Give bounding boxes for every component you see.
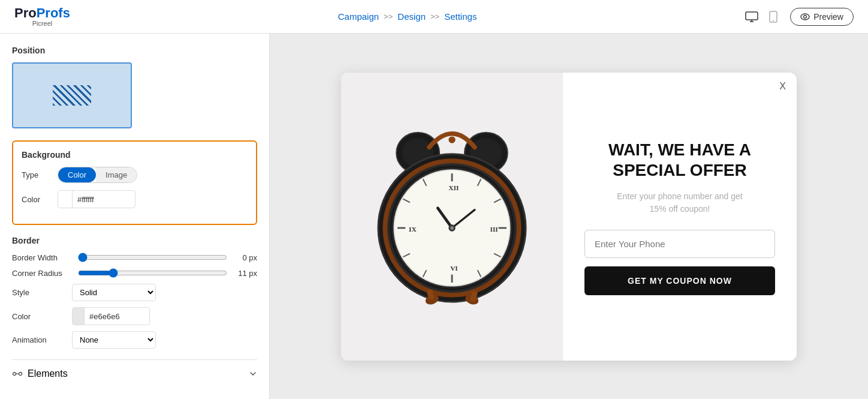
border-color-label: Color — [12, 312, 72, 321]
popup-headline-line2: SPECIAL OFFER — [613, 161, 747, 179]
border-style-row: Style Solid Dashed Dotted None — [12, 284, 257, 301]
pos-cell-bc[interactable] — [53, 107, 91, 127]
animation-row: Animation None Fade Slide Bounce — [12, 331, 257, 349]
elements-left: Elements — [12, 368, 68, 379]
pos-cell-tr[interactable] — [92, 64, 131, 84]
pos-cell-ml[interactable] — [13, 85, 52, 106]
left-panel: Position Background Type Color Image — [0, 34, 270, 399]
svg-point-13 — [448, 136, 455, 143]
chevron-down-icon — [249, 370, 257, 378]
preview-button[interactable]: Preview — [790, 8, 854, 26]
pos-cell-bl[interactable] — [13, 107, 52, 127]
nav-sep1: >> — [384, 12, 393, 21]
pos-cell-tl[interactable] — [13, 64, 52, 84]
phone-input[interactable] — [584, 230, 775, 258]
animation-label: Animation — [12, 335, 72, 344]
popup-card: XII III VI IX — [341, 73, 797, 361]
border-color-row: Color — [12, 307, 257, 325]
bg-color-input[interactable] — [58, 190, 135, 208]
svg-point-38 — [450, 226, 454, 230]
border-title: Border — [12, 236, 257, 245]
elements-label: Elements — [28, 368, 68, 379]
type-row: Type Color Image — [22, 167, 248, 183]
corner-radius-value: 11 px — [233, 269, 257, 278]
animation-select[interactable]: None Fade Slide Bounce — [72, 331, 156, 349]
main: Position Background Type Color Image — [0, 34, 868, 399]
desktop-icon[interactable] — [745, 10, 759, 24]
device-icons — [745, 10, 780, 24]
bg-color-label: Color — [22, 195, 58, 204]
elements-icon — [12, 368, 23, 379]
popup-content-side: X WAIT, WE HAVE A SPECIAL OFFER Enter yo… — [563, 73, 797, 361]
corner-radius-slider[interactable] — [78, 268, 227, 278]
preview-label: Preview — [813, 12, 843, 22]
border-style-label: Style — [12, 288, 72, 297]
popup-headline: WAIT, WE HAVE A SPECIAL OFFER — [608, 140, 751, 180]
image-toggle-btn[interactable]: Image — [96, 167, 137, 182]
svg-rect-0 — [746, 12, 758, 20]
svg-point-4 — [773, 20, 774, 21]
svg-point-6 — [804, 15, 807, 18]
bg-color-row: Color — [22, 190, 248, 208]
popup-subtext: Enter your phone number and get15% off c… — [617, 190, 742, 215]
svg-text:XII: XII — [448, 184, 459, 191]
logo-profs: Profs — [37, 5, 70, 20]
elements-section[interactable]: Elements — [12, 359, 257, 379]
background-title: Background — [22, 150, 248, 160]
svg-point-8 — [19, 373, 22, 376]
position-grid[interactable] — [12, 62, 132, 128]
svg-text:IX: IX — [409, 225, 417, 232]
header: ProProfs Picreel Campaign >> Design >> S… — [0, 0, 868, 34]
nav-sep2: >> — [430, 12, 439, 21]
border-width-slider[interactable] — [78, 253, 227, 262]
border-width-label: Border Width — [12, 253, 72, 262]
pos-cell-mr[interactable] — [92, 85, 131, 106]
mobile-icon[interactable] — [766, 10, 780, 24]
position-title: Position — [12, 46, 257, 55]
logo-sub: Picreel — [14, 20, 70, 27]
bg-color-text[interactable] — [73, 195, 132, 204]
color-toggle-btn[interactable]: Color — [58, 167, 96, 182]
pos-cell-tc[interactable] — [53, 64, 91, 84]
logo-pro: Pro — [14, 5, 37, 20]
popup-close-button[interactable]: X — [779, 81, 786, 92]
header-right: Preview — [745, 8, 854, 26]
svg-text:VI: VI — [450, 265, 458, 272]
right-area: XII III VI IX — [270, 34, 868, 399]
pos-cell-mc[interactable] — [53, 85, 91, 106]
logo: ProProfs Picreel — [14, 7, 70, 27]
clock-image: XII III VI IX — [356, 109, 548, 325]
coupon-button[interactable]: GET MY COUPON NOW — [584, 266, 775, 295]
nav-campaign[interactable]: Campaign — [338, 11, 379, 22]
background-section: Background Type Color Image Color — [12, 140, 257, 225]
border-width-row: Border Width 0 px — [12, 253, 257, 262]
popup-headline-line1: WAIT, WE HAVE A — [608, 140, 751, 159]
border-section: Border Border Width 0 px Corner Radius 1… — [12, 236, 257, 349]
corner-radius-row: Corner Radius 11 px — [12, 268, 257, 278]
bg-color-swatch[interactable] — [58, 191, 73, 208]
border-width-value: 0 px — [233, 253, 257, 262]
pos-cell-br[interactable] — [92, 107, 131, 127]
border-color-input[interactable] — [72, 307, 150, 325]
svg-text:III: III — [490, 225, 498, 232]
nav-settings[interactable]: Settings — [444, 11, 477, 22]
corner-radius-label: Corner Radius — [12, 269, 72, 278]
svg-point-5 — [801, 14, 809, 20]
bg-type-toggle[interactable]: Color Image — [58, 167, 137, 183]
border-color-swatch[interactable] — [73, 308, 85, 325]
svg-point-7 — [13, 373, 16, 376]
border-color-text[interactable] — [85, 312, 144, 321]
popup-image-side: XII III VI IX — [341, 73, 563, 361]
nav-design[interactable]: Design — [397, 11, 426, 22]
border-style-select[interactable]: Solid Dashed Dotted None — [72, 284, 156, 301]
type-label: Type — [22, 170, 58, 179]
nav-breadcrumb: Campaign >> Design >> Settings — [338, 11, 477, 22]
